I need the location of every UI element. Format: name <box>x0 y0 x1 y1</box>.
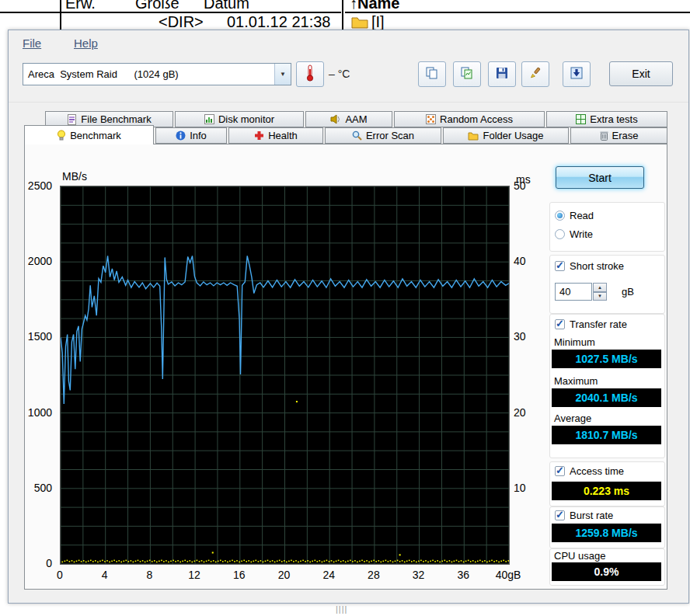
access-time-label: Access time <box>570 465 624 477</box>
random-access-icon <box>426 114 436 124</box>
tab-health[interactable]: Health <box>228 127 323 144</box>
pane-divider <box>342 0 343 30</box>
tab-label: Random Access <box>440 113 513 125</box>
cpu-usage-label: CPU usage <box>554 550 605 562</box>
folder-name: [I] <box>371 13 385 30</box>
tab-folder-usage[interactable]: Folder Usage <box>443 127 569 144</box>
read-label: Read <box>570 210 594 221</box>
sort-arrow-icon: ↑ <box>350 0 357 12</box>
tab-info[interactable]: Info <box>155 127 227 144</box>
disk-monitor-icon <box>204 114 214 124</box>
transfer-rate-checkbox[interactable]: Transfer rate <box>555 318 627 330</box>
burst-rate-checkbox[interactable]: Burst rate <box>555 510 613 521</box>
minimum-value: 1027.5 MB/s <box>552 350 661 368</box>
copy-icon <box>425 66 439 83</box>
folder-item[interactable]: [I] <box>351 13 385 30</box>
tab-label: Benchmark <box>70 130 121 141</box>
copy-image-button[interactable] <box>453 61 481 87</box>
benchmark-icon <box>57 130 66 141</box>
short-stroke-stepper: ▲ ▼ <box>593 283 607 301</box>
benchmark-tab-page: MB/s ms 05001000150020002500 1020304050 … <box>24 144 667 590</box>
exit-button[interactable]: Exit <box>609 61 673 86</box>
checkbox-indicator <box>555 261 565 271</box>
tab-label: Health <box>268 130 298 141</box>
gb-unit-label: gB <box>622 286 634 298</box>
tab-random-access[interactable]: Random Access <box>394 111 545 127</box>
access-time-value: 0.223 ms <box>552 482 661 500</box>
start-button[interactable]: Start <box>556 166 644 189</box>
minimum-label: Minimum <box>554 336 595 348</box>
tab-label: Erase <box>612 130 639 141</box>
aam-icon <box>330 114 341 124</box>
burst-rate-value: 1259.8 MB/s <box>552 524 661 542</box>
burst-rate-label: Burst rate <box>570 510 613 521</box>
y-axis-right-ticks: 1020304050 <box>512 186 538 563</box>
temperature-button[interactable] <box>296 61 324 87</box>
short-stroke-checkbox[interactable]: Short stroke <box>555 260 624 272</box>
write-label: Write <box>570 228 593 240</box>
radio-indicator <box>555 229 565 239</box>
chevron-down-icon: ▼ <box>274 64 291 85</box>
folder-icon <box>351 15 368 30</box>
average-value: 1810.7 MB/s <box>552 426 661 444</box>
spinner-down-button[interactable]: ▼ <box>593 292 607 301</box>
radio-indicator <box>555 211 565 221</box>
extra-tests-icon <box>576 114 586 124</box>
short-stroke-label: Short stroke <box>570 260 624 272</box>
tab-label: Info <box>190 130 207 141</box>
drive-select[interactable]: Areca System Raid (1024 gB) ▼ <box>23 63 291 85</box>
column-header-groesse[interactable]: Größe <box>135 0 179 12</box>
menu-help[interactable]: Help <box>71 35 101 51</box>
tab-label: Error Scan <box>366 130 414 141</box>
maximum-label: Maximum <box>554 375 598 387</box>
copy-text-button[interactable] <box>418 61 446 87</box>
y-left-unit-label: MB/s <box>62 170 87 183</box>
average-label: Average <box>554 412 591 424</box>
column-header-name[interactable]: ↑Name <box>350 0 399 12</box>
file-benchmark-icon <box>67 114 77 125</box>
column-divider <box>60 0 61 30</box>
toolbar-separator <box>9 102 688 103</box>
short-stroke-input[interactable]: 40 <box>555 283 592 301</box>
cpu-usage-value: 0.9% <box>552 562 661 581</box>
read-radio[interactable]: Read <box>555 210 594 221</box>
spinner-up-button[interactable]: ▲ <box>593 283 607 292</box>
capture-button[interactable] <box>521 61 549 87</box>
tab-disk-monitor[interactable]: Disk monitor <box>175 111 304 127</box>
drive-select-value: Areca System Raid (1024 gB) <box>23 68 274 80</box>
y-axis-left-ticks: 05001000150020002500 <box>25 186 54 563</box>
checkbox-indicator <box>555 466 565 476</box>
save-button[interactable] <box>488 61 516 87</box>
size-cell: <DIR> <box>159 13 204 30</box>
tab-benchmark[interactable]: Benchmark <box>24 125 154 144</box>
exit-label: Exit <box>632 68 650 80</box>
health-icon <box>254 131 264 141</box>
tab-erase[interactable]: Erase <box>570 127 667 144</box>
info-icon <box>176 131 186 141</box>
brush-icon <box>529 67 542 82</box>
save-icon <box>496 67 508 82</box>
tab-label: Disk monitor <box>218 113 274 125</box>
tab-label: Folder Usage <box>483 130 543 141</box>
column-header-datum[interactable]: Datum <box>204 0 249 12</box>
menu-file[interactable]: File <box>19 35 44 51</box>
date-cell: 01.01.12 21:38 <box>227 13 330 30</box>
access-time-checkbox[interactable]: Access time <box>555 465 624 477</box>
benchmark-plot <box>60 186 510 565</box>
tab-label: Extra tests <box>590 113 637 125</box>
write-radio[interactable]: Write <box>555 228 593 240</box>
column-header-erw[interactable]: Erw. <box>65 0 96 12</box>
short-stroke-value: 40 <box>559 286 570 298</box>
tab-label: AAM <box>345 113 367 125</box>
start-label: Start <box>588 172 612 184</box>
checkbox-indicator <box>555 510 565 520</box>
magnifier-icon <box>352 131 362 141</box>
download-button[interactable] <box>563 61 591 87</box>
tab-extra-tests[interactable]: Extra tests <box>546 111 667 127</box>
tab-aam[interactable]: AAM <box>305 111 392 127</box>
temperature-value: – °C <box>329 68 350 80</box>
tab-error-scan[interactable]: Error Scan <box>325 127 441 144</box>
trash-icon <box>600 131 608 141</box>
splitter-handle[interactable]: |||| <box>336 604 347 614</box>
down-arrow-icon <box>570 67 583 82</box>
